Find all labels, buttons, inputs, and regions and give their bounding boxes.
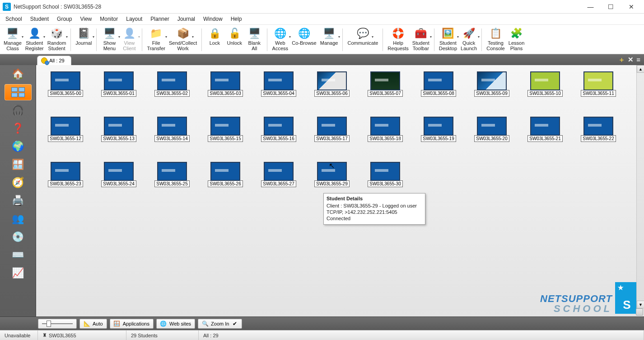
co-browse-button[interactable]: 🌐Co-Browse xyxy=(290,26,318,54)
sidebar-print[interactable]: 🖨️ xyxy=(5,193,32,209)
sidebar-survey[interactable]: 🧭 xyxy=(5,175,32,191)
sidebar-audio[interactable]: 🎧 xyxy=(5,102,32,118)
menu-layout[interactable]: Layout xyxy=(122,15,146,23)
toolbar-separator xyxy=(70,28,71,51)
tooltip-line1: Client : SW03L3655-29 - Logged on user xyxy=(327,203,422,209)
send-collect-icon: 📦▾ xyxy=(176,27,190,40)
sidebar-whiteboard[interactable]: 📈 xyxy=(5,265,32,281)
client-thumbnail[interactable]: SW03L3655-13 xyxy=(103,117,135,142)
client-thumbnail[interactable]: SW03L3655-26 xyxy=(210,162,241,187)
close-tab-icon[interactable]: ✕ xyxy=(628,56,634,64)
maximize-button[interactable]: ☐ xyxy=(601,0,621,14)
manage-class-button[interactable]: 🖥️▾Manage Class xyxy=(2,26,23,54)
sidebar-web[interactable]: 🌍 xyxy=(5,138,32,155)
websites-button[interactable]: 🌐 Web sites xyxy=(156,319,195,329)
send-collect-button[interactable]: 📦▾Send/Collect Work xyxy=(167,26,199,54)
client-thumbnail[interactable]: SW03L3655-02 xyxy=(156,71,188,97)
student-register-button[interactable]: 👤▾Student Register xyxy=(23,26,46,54)
add-tab-icon[interactable]: ＋ xyxy=(618,56,625,64)
dropdown-icon: ▾ xyxy=(457,35,459,39)
client-thumbnail[interactable]: SW03L3655-17 xyxy=(316,117,348,142)
student-desktop-button[interactable]: 🖼️▾Student Desktop xyxy=(437,26,459,54)
sidebar-home[interactable]: 🏠 xyxy=(5,66,32,82)
menu-student[interactable]: Student xyxy=(27,15,52,23)
dropdown-icon: ▾ xyxy=(165,35,167,39)
menu-group[interactable]: Group xyxy=(53,15,75,23)
client-thumbnail[interactable]: SW03L3655-20 xyxy=(476,117,508,142)
menu-planner[interactable]: Planner xyxy=(147,15,173,23)
client-thumbnail[interactable]: SW03L3655-09 xyxy=(476,71,508,97)
sidebar-help[interactable]: ❓ xyxy=(5,120,32,137)
client-thumbnail[interactable]: SW03L3655-30 xyxy=(369,162,401,187)
client-thumbnail[interactable]: SW03L3655-21 xyxy=(529,117,561,142)
menu-view[interactable]: View xyxy=(76,15,95,23)
co-browse-icon: 🌐 xyxy=(297,27,312,40)
file-transfer-button[interactable]: 📁▾File Transfer xyxy=(145,26,167,54)
client-thumbnail[interactable]: SW03L3655-08 xyxy=(423,71,454,97)
client-thumbnail[interactable]: SW03L3655-29 xyxy=(316,162,348,187)
applications-button[interactable]: 🪟 Applications xyxy=(110,319,154,329)
menu-journal[interactable]: Journal xyxy=(174,15,199,23)
client-thumbnail[interactable]: SW03L3655-23 xyxy=(50,162,81,187)
client-thumbnail[interactable]: SW03L3655-19 xyxy=(423,117,454,142)
client-thumbnail[interactable]: SW03L3655-07 xyxy=(369,71,401,97)
journal-button[interactable]: 📓▾Journal xyxy=(74,26,93,54)
thumbnail-size-slider[interactable] xyxy=(38,319,77,329)
scroll-grip-icon[interactable] xyxy=(636,308,643,316)
client-thumbnail[interactable]: SW03L3655-04 xyxy=(263,71,294,97)
sidebar-devices[interactable]: 💿 xyxy=(5,229,32,245)
client-thumbnail[interactable]: SW03L3655-06 xyxy=(316,71,348,97)
view-client-button[interactable]: 👤▾View Client xyxy=(119,26,139,54)
vertical-scrollbar[interactable]: ▲ ▼ xyxy=(636,65,644,308)
toolbar-group: 🖥️▾Manage Class👤▾Student Register🎲▾Rando… xyxy=(2,26,68,54)
client-thumbnail[interactable]: SW03L3655-11 xyxy=(583,71,614,97)
blank-all-button[interactable]: 🖥️Blank All xyxy=(244,26,264,54)
sidebar-keyboard[interactable]: ⌨️ xyxy=(5,247,32,263)
student-toolbar-button[interactable]: 🧰▾Student Toolbar xyxy=(411,26,431,54)
scroll-down-icon[interactable]: ▼ xyxy=(637,301,644,308)
show-menu-button[interactable]: 🖥️▾Show Menu xyxy=(99,26,119,54)
keyboard-icon: ⌨️ xyxy=(12,249,24,261)
testing-console-button[interactable]: 📋Testing Console xyxy=(485,26,506,54)
menu-help[interactable]: Help xyxy=(227,15,246,23)
auto-button[interactable]: 📐 Auto xyxy=(79,319,107,329)
zoom-in-button[interactable]: 🔍 Zoom In ✔ xyxy=(198,319,242,329)
client-thumbnail[interactable]: SW03L3655-12 xyxy=(50,117,81,142)
manage-button[interactable]: 🖥️▾Manage xyxy=(318,26,340,54)
client-label: SW03L3655-30 xyxy=(368,180,403,187)
client-thumbnail[interactable]: SW03L3655-10 xyxy=(529,71,561,97)
random-student-button[interactable]: 🎲▾Random Student xyxy=(46,26,68,54)
client-thumbnail[interactable]: SW03L3655-24 xyxy=(103,162,135,187)
client-thumbnail[interactable]: SW03L3655-22 xyxy=(583,117,614,142)
sidebar-app[interactable]: 🪟 xyxy=(5,156,32,173)
lock-button[interactable]: 🔒Lock xyxy=(205,26,224,54)
quick-launch-button[interactable]: 🚀▾Quick Launch xyxy=(459,26,479,54)
close-button[interactable]: ✕ xyxy=(621,0,641,14)
sidebar-thumbnails[interactable] xyxy=(5,84,32,100)
communicate-button[interactable]: 💬▾Communicate xyxy=(345,26,380,54)
help-icon: ❓ xyxy=(12,123,24,134)
scroll-up-icon[interactable]: ▲ xyxy=(637,65,644,73)
tab-options-icon[interactable]: ≡ xyxy=(636,56,640,64)
client-thumbnail[interactable]: SW03L3655-03 xyxy=(210,71,241,97)
lesson-plans-button[interactable]: 🧩Lesson Plans xyxy=(507,26,527,54)
menu-monitor[interactable]: Monitor xyxy=(96,15,121,23)
client-thumbnail[interactable]: SW03L3655-00 xyxy=(50,71,81,97)
tab-all[interactable]: All : 29 xyxy=(37,56,71,65)
minimize-button[interactable]: — xyxy=(580,0,601,14)
help-requests-button[interactable]: 🛟Help Requests xyxy=(386,26,410,54)
client-thumbnail[interactable]: SW03L3655-01 xyxy=(103,71,135,97)
client-label: SW03L3655-22 xyxy=(581,135,616,142)
client-thumbnail[interactable]: SW03L3655-16 xyxy=(263,117,294,142)
client-thumbnail[interactable]: SW03L3655-18 xyxy=(369,117,401,142)
client-thumbnail[interactable]: SW03L3655-15 xyxy=(210,117,241,142)
client-thumbnail[interactable]: SW03L3655-25 xyxy=(156,162,188,187)
client-thumbnail[interactable]: SW03L3655-27 xyxy=(263,162,294,187)
client-label: SW03L3655-14 xyxy=(154,135,190,142)
sidebar-users[interactable]: 👥 xyxy=(5,211,32,227)
unlock-button[interactable]: 🔓Unlock xyxy=(224,26,244,54)
menu-school[interactable]: School xyxy=(2,15,26,23)
client-thumbnail[interactable]: SW03L3655-14 xyxy=(156,117,188,142)
web-access-button[interactable]: 🌐▾Web Access xyxy=(270,26,290,54)
menu-window[interactable]: Window xyxy=(200,15,226,23)
